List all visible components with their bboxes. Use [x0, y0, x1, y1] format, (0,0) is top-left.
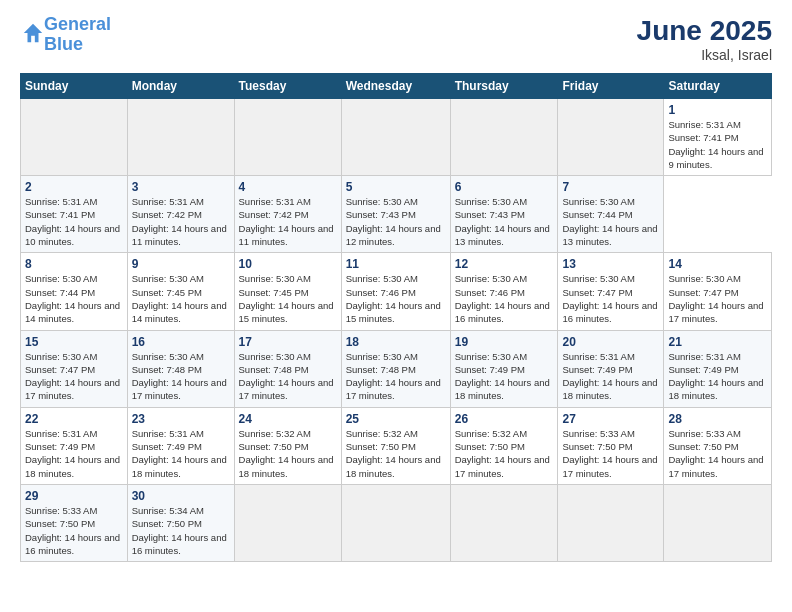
day-number: 24: [239, 412, 337, 426]
calendar-cell: [21, 99, 128, 176]
calendar-header-row: SundayMondayTuesdayWednesdayThursdayFrid…: [21, 74, 772, 99]
day-detail: Sunrise: 5:30 AMSunset: 7:47 PMDaylight:…: [25, 350, 123, 403]
calendar-cell: 11Sunrise: 5:30 AMSunset: 7:46 PMDayligh…: [341, 253, 450, 330]
day-number: 2: [25, 180, 123, 194]
calendar-cell: 18Sunrise: 5:30 AMSunset: 7:48 PMDayligh…: [341, 330, 450, 407]
calendar-cell: 26Sunrise: 5:32 AMSunset: 7:50 PMDayligh…: [450, 407, 558, 484]
day-number: 28: [668, 412, 767, 426]
day-detail: Sunrise: 5:30 AMSunset: 7:44 PMDaylight:…: [25, 272, 123, 325]
calendar-cell: 6Sunrise: 5:30 AMSunset: 7:43 PMDaylight…: [450, 176, 558, 253]
location: Iksal, Israel: [637, 47, 772, 63]
calendar-week-2: 2Sunrise: 5:31 AMSunset: 7:41 PMDaylight…: [21, 176, 772, 253]
day-detail: Sunrise: 5:33 AMSunset: 7:50 PMDaylight:…: [25, 504, 123, 557]
calendar-cell: 28Sunrise: 5:33 AMSunset: 7:50 PMDayligh…: [664, 407, 772, 484]
day-detail: Sunrise: 5:31 AMSunset: 7:41 PMDaylight:…: [668, 118, 767, 171]
day-number: 19: [455, 335, 554, 349]
logo: General Blue: [20, 15, 111, 55]
header: General Blue June 2025 Iksal, Israel: [20, 15, 772, 63]
calendar-cell: 13Sunrise: 5:30 AMSunset: 7:47 PMDayligh…: [558, 253, 664, 330]
day-detail: Sunrise: 5:30 AMSunset: 7:46 PMDaylight:…: [455, 272, 554, 325]
calendar-cell: 25Sunrise: 5:32 AMSunset: 7:50 PMDayligh…: [341, 407, 450, 484]
day-number: 3: [132, 180, 230, 194]
calendar-cell: 4Sunrise: 5:31 AMSunset: 7:42 PMDaylight…: [234, 176, 341, 253]
calendar-cell: 17Sunrise: 5:30 AMSunset: 7:48 PMDayligh…: [234, 330, 341, 407]
day-number: 12: [455, 257, 554, 271]
day-detail: Sunrise: 5:32 AMSunset: 7:50 PMDaylight:…: [346, 427, 446, 480]
calendar-week-5: 22Sunrise: 5:31 AMSunset: 7:49 PMDayligh…: [21, 407, 772, 484]
calendar-week-6: 29Sunrise: 5:33 AMSunset: 7:50 PMDayligh…: [21, 484, 772, 561]
calendar-week-4: 15Sunrise: 5:30 AMSunset: 7:47 PMDayligh…: [21, 330, 772, 407]
calendar-cell: 27Sunrise: 5:33 AMSunset: 7:50 PMDayligh…: [558, 407, 664, 484]
month-title: June 2025: [637, 15, 772, 47]
day-detail: Sunrise: 5:33 AMSunset: 7:50 PMDaylight:…: [562, 427, 659, 480]
calendar-cell: [234, 99, 341, 176]
day-number: 1: [668, 103, 767, 117]
calendar-table: SundayMondayTuesdayWednesdayThursdayFrid…: [20, 73, 772, 562]
day-number: 18: [346, 335, 446, 349]
day-number: 21: [668, 335, 767, 349]
day-header-monday: Monday: [127, 74, 234, 99]
page: General Blue June 2025 Iksal, Israel Sun…: [0, 0, 792, 612]
day-detail: Sunrise: 5:30 AMSunset: 7:43 PMDaylight:…: [455, 195, 554, 248]
calendar-cell: 3Sunrise: 5:31 AMSunset: 7:42 PMDaylight…: [127, 176, 234, 253]
logo-line2: Blue: [44, 34, 83, 54]
day-number: 25: [346, 412, 446, 426]
title-block: June 2025 Iksal, Israel: [637, 15, 772, 63]
day-header-saturday: Saturday: [664, 74, 772, 99]
calendar-cell: 15Sunrise: 5:30 AMSunset: 7:47 PMDayligh…: [21, 330, 128, 407]
day-number: 7: [562, 180, 659, 194]
calendar-cell: [664, 484, 772, 561]
logo-text: General Blue: [44, 15, 111, 55]
calendar-cell: [341, 484, 450, 561]
day-number: 6: [455, 180, 554, 194]
day-detail: Sunrise: 5:31 AMSunset: 7:49 PMDaylight:…: [132, 427, 230, 480]
day-number: 11: [346, 257, 446, 271]
calendar-cell: 23Sunrise: 5:31 AMSunset: 7:49 PMDayligh…: [127, 407, 234, 484]
day-detail: Sunrise: 5:30 AMSunset: 7:48 PMDaylight:…: [346, 350, 446, 403]
day-detail: Sunrise: 5:30 AMSunset: 7:43 PMDaylight:…: [346, 195, 446, 248]
calendar-week-3: 8Sunrise: 5:30 AMSunset: 7:44 PMDaylight…: [21, 253, 772, 330]
calendar-cell: [558, 484, 664, 561]
day-detail: Sunrise: 5:30 AMSunset: 7:48 PMDaylight:…: [132, 350, 230, 403]
day-detail: Sunrise: 5:33 AMSunset: 7:50 PMDaylight:…: [668, 427, 767, 480]
day-detail: Sunrise: 5:32 AMSunset: 7:50 PMDaylight:…: [455, 427, 554, 480]
calendar-cell: 10Sunrise: 5:30 AMSunset: 7:45 PMDayligh…: [234, 253, 341, 330]
day-detail: Sunrise: 5:30 AMSunset: 7:45 PMDaylight:…: [239, 272, 337, 325]
day-number: 14: [668, 257, 767, 271]
day-number: 23: [132, 412, 230, 426]
day-number: 13: [562, 257, 659, 271]
day-header-thursday: Thursday: [450, 74, 558, 99]
calendar-cell: 21Sunrise: 5:31 AMSunset: 7:49 PMDayligh…: [664, 330, 772, 407]
day-detail: Sunrise: 5:32 AMSunset: 7:50 PMDaylight:…: [239, 427, 337, 480]
calendar-cell: 20Sunrise: 5:31 AMSunset: 7:49 PMDayligh…: [558, 330, 664, 407]
day-number: 29: [25, 489, 123, 503]
day-number: 8: [25, 257, 123, 271]
svg-marker-0: [24, 24, 42, 42]
day-detail: Sunrise: 5:34 AMSunset: 7:50 PMDaylight:…: [132, 504, 230, 557]
calendar-cell: 1Sunrise: 5:31 AMSunset: 7:41 PMDaylight…: [664, 99, 772, 176]
day-number: 5: [346, 180, 446, 194]
day-number: 30: [132, 489, 230, 503]
day-number: 10: [239, 257, 337, 271]
day-detail: Sunrise: 5:31 AMSunset: 7:41 PMDaylight:…: [25, 195, 123, 248]
calendar-cell: [341, 99, 450, 176]
logo-line1: General: [44, 14, 111, 34]
day-number: 26: [455, 412, 554, 426]
day-detail: Sunrise: 5:31 AMSunset: 7:49 PMDaylight:…: [668, 350, 767, 403]
day-detail: Sunrise: 5:30 AMSunset: 7:49 PMDaylight:…: [455, 350, 554, 403]
calendar-cell: 29Sunrise: 5:33 AMSunset: 7:50 PMDayligh…: [21, 484, 128, 561]
calendar-cell: 5Sunrise: 5:30 AMSunset: 7:43 PMDaylight…: [341, 176, 450, 253]
day-detail: Sunrise: 5:30 AMSunset: 7:45 PMDaylight:…: [132, 272, 230, 325]
calendar-cell: [558, 99, 664, 176]
day-detail: Sunrise: 5:31 AMSunset: 7:42 PMDaylight:…: [239, 195, 337, 248]
day-detail: Sunrise: 5:30 AMSunset: 7:46 PMDaylight:…: [346, 272, 446, 325]
calendar-cell: 2Sunrise: 5:31 AMSunset: 7:41 PMDaylight…: [21, 176, 128, 253]
day-detail: Sunrise: 5:31 AMSunset: 7:49 PMDaylight:…: [562, 350, 659, 403]
calendar-cell: 14Sunrise: 5:30 AMSunset: 7:47 PMDayligh…: [664, 253, 772, 330]
day-number: 15: [25, 335, 123, 349]
calendar-cell: 16Sunrise: 5:30 AMSunset: 7:48 PMDayligh…: [127, 330, 234, 407]
day-number: 16: [132, 335, 230, 349]
day-header-wednesday: Wednesday: [341, 74, 450, 99]
day-detail: Sunrise: 5:30 AMSunset: 7:47 PMDaylight:…: [562, 272, 659, 325]
calendar-cell: 19Sunrise: 5:30 AMSunset: 7:49 PMDayligh…: [450, 330, 558, 407]
